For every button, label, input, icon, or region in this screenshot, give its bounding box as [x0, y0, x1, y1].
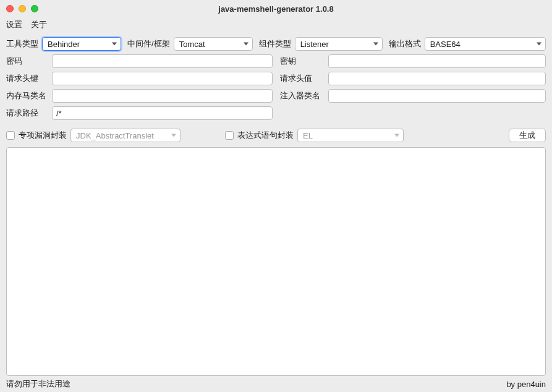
chevron-down-icon [394, 134, 399, 137]
output-textarea[interactable] [6, 147, 546, 376]
tool-type-label: 工具类型 [6, 38, 38, 49]
middleware-label: 中间件/框架 [127, 38, 170, 49]
window-title: java-memshell-generator 1.0.8 [0, 4, 552, 14]
status-left: 请勿用于非法用途 [6, 378, 70, 390]
minimize-icon[interactable] [19, 5, 26, 12]
close-icon[interactable] [6, 5, 14, 12]
component-type-label: 组件类型 [259, 38, 291, 49]
component-type-select[interactable]: Listener [295, 37, 383, 51]
tool-type-value: Behinder [48, 40, 80, 49]
chevron-down-icon [373, 43, 378, 46]
window-controls [0, 5, 38, 12]
chevron-down-icon [244, 43, 248, 46]
menu-about[interactable]: 关于 [31, 19, 47, 30]
chevron-down-icon [112, 43, 117, 46]
injector-class-input[interactable] [328, 89, 546, 103]
password-label: 密码 [6, 56, 48, 67]
req-header-val-input[interactable] [328, 72, 546, 85]
expr-wrap-value: EL [303, 131, 313, 140]
vuln-wrap-value: JDK_AbstractTranslet [76, 131, 154, 140]
expr-wrap-select[interactable]: EL [297, 129, 404, 142]
memshell-class-input[interactable] [52, 89, 273, 103]
chevron-down-icon [537, 43, 541, 46]
password-input[interactable] [52, 54, 273, 68]
output-format-label: 输出格式 [389, 38, 421, 49]
statusbar: 请勿用于非法用途 by pen4uin [0, 378, 552, 392]
vuln-wrap-checkbox[interactable] [6, 131, 15, 140]
request-path-label: 请求路径 [6, 108, 48, 119]
vuln-wrap-select[interactable]: JDK_AbstractTranslet [70, 129, 180, 142]
menu-settings[interactable]: 设置 [6, 19, 22, 30]
req-header-key-input[interactable] [52, 72, 273, 85]
top-selectors-row: 工具类型 Behinder 中间件/框架 Tomcat 组件类型 Listene… [6, 37, 546, 51]
expr-wrap-checkbox[interactable] [225, 131, 234, 140]
chevron-down-icon [171, 134, 176, 137]
maximize-icon[interactable] [31, 5, 38, 12]
middleware-select[interactable]: Tomcat [174, 37, 253, 51]
vuln-wrap-label: 专项漏洞封装 [19, 130, 67, 141]
generate-button-label: 生成 [519, 130, 535, 141]
secret-input[interactable] [328, 54, 546, 68]
output-format-value: BASE64 [430, 40, 461, 49]
secret-label: 密钥 [280, 56, 325, 67]
memshell-class-label: 内存马类名 [6, 90, 48, 101]
req-header-val-label: 请求头值 [280, 73, 325, 84]
injector-class-label: 注入器类名 [280, 90, 325, 101]
titlebar: java-memshell-generator 1.0.8 [0, 0, 552, 17]
component-type-value: Listener [300, 40, 329, 49]
output-format-select[interactable]: BASE64 [425, 37, 546, 51]
request-path-input[interactable] [52, 106, 273, 120]
status-right: by pen4uin [506, 380, 546, 389]
menubar: 设置 关于 [0, 17, 552, 32]
generate-button[interactable]: 生成 [509, 129, 546, 142]
middleware-value: Tomcat [179, 40, 205, 49]
tool-type-select[interactable]: Behinder [42, 37, 121, 51]
expr-wrap-label: 表达式语句封装 [237, 130, 294, 141]
req-header-key-label: 请求头键 [6, 73, 48, 84]
